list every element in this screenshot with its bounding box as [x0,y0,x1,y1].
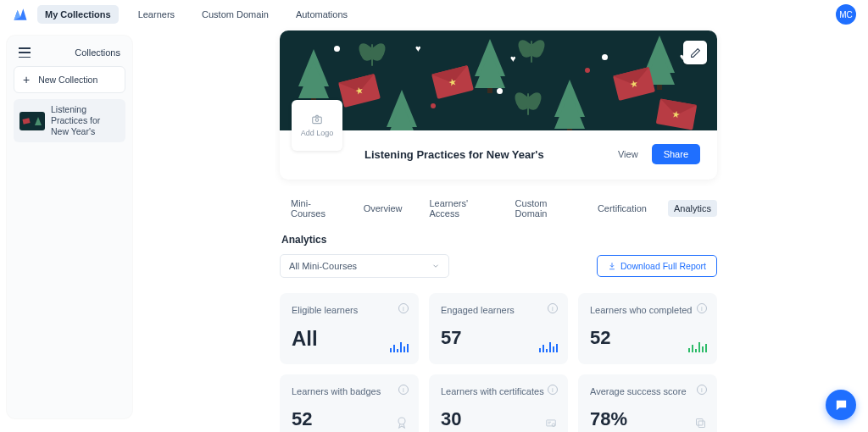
filter-row: All Mini-Courses Download Full Report [280,254,717,278]
add-logo-label: Add Logo [301,129,334,137]
tab-custom-domain[interactable]: Custom Domain [509,195,576,222]
tab-overview[interactable]: Overview [358,200,409,217]
camera-icon [310,114,324,125]
nav-tab-custom-domain[interactable]: Custom Domain [194,5,276,24]
info-icon[interactable]: i [548,385,558,395]
course-filter-select[interactable]: All Mini-Courses [280,254,449,278]
sidebar-item-listening-practices[interactable]: Listening Practices for New Year's [14,99,125,142]
collection-thumb [19,112,45,130]
chat-icon [834,398,849,413]
sidebar-menu-icon[interactable] [19,47,31,58]
download-icon [608,262,616,270]
avatar[interactable]: MC [836,4,856,25]
course-title: Listening Practices for New Year's [364,148,544,161]
card-label: Learners with certificates [441,386,556,396]
card-avg-success-score: Average success score i 78% [578,374,717,432]
pencil-icon [690,47,701,58]
banner-bar: Add Logo Listening Practices for New Yea… [280,130,717,180]
download-report-label: Download Full Report [620,261,706,271]
svg-point-2 [398,418,405,424]
info-icon[interactable]: i [548,303,558,313]
nav-tab-learners[interactable]: Learners [131,5,182,24]
analytics-heading: Analytics [281,234,717,246]
card-eligible-learners: Eligible learners i All [280,293,419,364]
sidebar: Collections + New Collection Listening P… [7,36,132,418]
banner-card: ★ ★ ★ ★ ♥ ♥ ♥ Add Logo Listening Pract [280,30,717,180]
chevron-down-icon [431,262,440,270]
card-learners-completed: Learners who completed i 52 [578,293,717,364]
add-logo-button[interactable]: Add Logo [292,100,342,151]
nav-tab-automations[interactable]: Automations [288,5,355,24]
nav-tab-my-collections[interactable]: My Collections [37,5,119,24]
card-label: Eligible learners [292,305,407,315]
info-icon[interactable]: i [697,385,707,395]
course-tabs: Mini-Courses Overview Learners' Access C… [280,195,717,222]
app-logo [12,6,29,23]
main: ★ ★ ★ ★ ♥ ♥ ♥ Add Logo Listening Pract [280,30,717,432]
card-learners-badges: Learners with badges i 52 [280,374,419,432]
svg-rect-6 [697,419,704,426]
plus-icon: + [23,74,30,86]
download-report-button[interactable]: Download Full Report [597,255,717,277]
course-filter-label: All Mini-Courses [289,261,357,271]
svg-rect-0 [313,117,322,124]
card-value: 78% [590,408,705,430]
info-icon[interactable]: i [398,385,409,395]
badge-icon [395,416,409,432]
certificate-icon [544,418,558,432]
share-button[interactable]: Share [652,144,700,164]
spark-icon [688,341,707,352]
sidebar-title: Collections [75,47,120,58]
tab-analytics[interactable]: Analytics [668,200,717,217]
card-label: Average success score [590,386,705,396]
chat-button[interactable] [826,390,856,420]
new-collection-button[interactable]: + New Collection [14,66,125,93]
card-value: 52 [292,408,407,430]
info-icon[interactable]: i [398,303,409,313]
view-link[interactable]: View [618,149,638,159]
card-label: Learners with badges [292,386,407,396]
nav-tabs: My Collections Learners Custom Domain Au… [37,5,355,24]
svg-rect-3 [547,420,556,426]
svg-rect-5 [698,421,705,428]
sidebar-item-label: Listening Practices for New Year's [51,104,120,137]
card-learners-certificates: Learners with certificates i 30 [429,374,568,432]
spark-icon [539,341,558,352]
banner-image: ★ ★ ★ ★ ♥ ♥ ♥ [280,30,717,130]
card-label: Learners who completed [590,305,705,315]
spark-icon [390,341,409,352]
card-label: Engaged learners [441,305,556,315]
tab-learners-access[interactable]: Learners' Access [424,195,494,222]
top-nav: My Collections Learners Custom Domain Au… [0,0,868,29]
card-engaged-learners: Engaged learners i 57 [429,293,568,364]
analytics-cards: Eligible learners i All Engaged learners… [280,293,717,432]
svg-point-1 [315,119,319,122]
card-value: 30 [441,408,556,430]
info-icon[interactable]: i [697,303,707,313]
new-collection-label: New Collection [38,75,97,85]
edit-banner-button[interactable] [683,41,707,64]
tab-certification[interactable]: Certification [592,200,653,217]
copy-icon [694,417,707,432]
tab-mini-courses[interactable]: Mini-Courses [285,195,342,222]
